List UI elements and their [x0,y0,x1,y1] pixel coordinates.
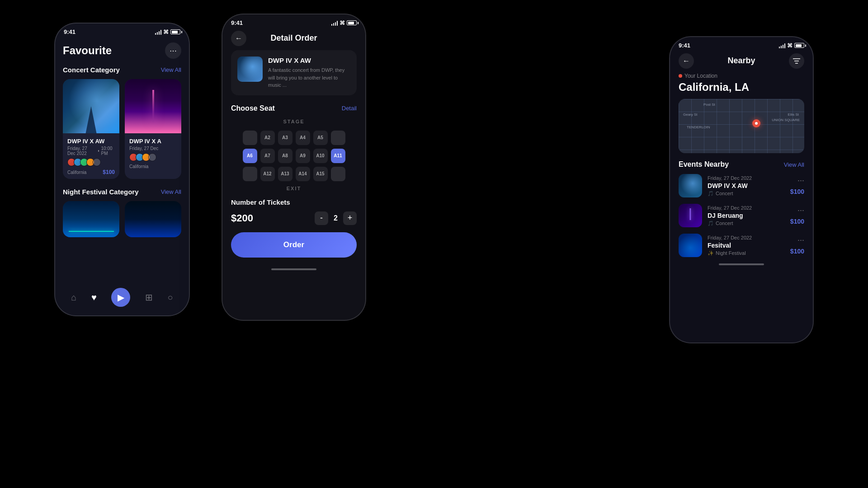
event-thumb-3 [679,234,702,257]
play-icon: ▶ [118,292,124,303]
choose-seat-section: Choose Seat Detail [222,104,366,113]
increase-button[interactable]: + [343,211,357,225]
event-more-3[interactable]: ··· [797,236,804,244]
seat-r3-1[interactable] [243,167,257,181]
status-bar-2: 9:41 ⌘ [222,14,366,28]
phone-detail-order: 9:41 ⌘ ← Detail Order DWP IV X AW A fant… [222,14,366,321]
ticket-icon: ⊞ [145,292,153,303]
location-section: Your Location California, LA [670,73,813,99]
seat-row-3: A12 A13 A14 A15 [231,167,357,181]
nav-heart[interactable]: ♥ [91,292,97,303]
seat-a5[interactable]: A5 [313,131,328,145]
night-view-all[interactable]: View All [161,188,181,195]
seat-r1-6[interactable] [331,131,345,145]
seat-a8[interactable]: A8 [278,149,292,163]
time-1: 9:41 [64,28,75,35]
night-card-1[interactable] [63,201,119,237]
concert-card-2[interactable]: DWP IV X A Friday, 27 Dec California [125,79,181,179]
nav-ticket[interactable]: ⊞ [145,292,153,303]
concert-section-header: Concert Category View All [63,66,181,74]
map-container[interactable]: Post St Geary St TENDERLOIN UNION SQUARE… [679,99,804,153]
event-thumb-2 [679,204,702,227]
status-bar-1: 9:41 ⌘ [55,23,189,37]
event-right-1: ··· $100 [790,176,804,195]
concert-card-1[interactable]: DWP IV X AW Friday, 27 Dec 2022 10:00 PM [63,79,119,179]
detail-event-info: DWP IV X AW A fantastic concert from DWP… [268,56,350,89]
order-button[interactable]: Order [231,232,357,258]
choose-seat-label: Choose Seat [231,104,275,113]
events-nearby-label: Events Nearby [679,160,729,169]
event-category-2: 🎵 Concert [708,221,785,226]
detail-header: ← Detail Order [222,28,366,50]
event-item-2[interactable]: Friday, 27 Dec 2022 DJ Beruang 🎵 Concert… [679,204,804,227]
status-icons-2: ⌘ [331,20,357,26]
nearby-header: ← Nearby [670,51,813,73]
night-card-2[interactable] [125,201,181,237]
seat-a2[interactable]: A2 [260,131,275,145]
seat-a14[interactable]: A14 [296,167,310,181]
event-name-1: DWP IV X AW [708,182,785,189]
status-bar-3: 9:41 ⌘ [670,37,813,51]
event-price-1: $100 [790,188,804,195]
nav-profile[interactable]: ○ [168,292,173,303]
event-cat-icon-3: ✨ [708,250,714,256]
tickets-title: Number of Tickets [231,198,357,206]
seat-grid: A2 A3 A4 A5 A6 A7 A8 A9 A10 A11 A12 A13 … [231,131,357,181]
more-button[interactable]: ⋯ [165,42,181,59]
seat-a12[interactable]: A12 [260,167,275,181]
seat-r3-6[interactable] [331,167,345,181]
filter-button[interactable] [789,53,804,69]
event-more-2[interactable]: ··· [797,206,804,214]
concert-view-all[interactable]: View All [161,66,181,73]
detail-link[interactable]: Detail [342,105,357,112]
concert-card-2-name: DWP IV X A [129,138,177,145]
detail-event-thumb [237,56,263,82]
night-section-header: Night Festival Category View All [63,188,181,196]
seat-a10[interactable]: A10 [313,149,328,163]
detail-event-card: DWP IV X AW A fantastic concert from DWP… [231,50,357,95]
event-date-1: Friday, 27 Dec 2022 [708,175,785,181]
seat-a13[interactable]: A13 [278,167,292,181]
concert-card-2-info: DWP IV X A Friday, 27 Dec California [125,133,181,173]
event-price-3: $100 [790,248,804,255]
seat-a7[interactable]: A7 [260,149,275,163]
night-cards [63,201,181,237]
nav-play[interactable]: ▶ [111,288,130,307]
back-button-3[interactable]: ← [679,53,694,69]
seat-row-2: A6 A7 A8 A9 A10 A11 [231,149,357,163]
concert-category-label: Concert Category [63,66,120,74]
event-item-3[interactable]: Friday, 27 Dec 2022 Fesitval ✨ Night Fes… [679,234,804,257]
map-label-geary: Geary St [683,113,698,117]
event-cat-icon-1: 🎵 [708,191,714,197]
tickets-price: $200 [231,212,253,224]
signal-icon-2 [331,20,338,26]
seat-a9[interactable]: A9 [296,149,310,163]
event-date-3: Friday, 27 Dec 2022 [708,235,785,240]
nearby-title: Nearby [727,56,755,66]
location-label: Your Location [679,73,804,79]
tickets-section: Number of Tickets $200 - 2 + [222,198,366,225]
time-3: 9:41 [679,42,690,49]
events-view-all[interactable]: View All [784,161,804,168]
night-category-label: Night Festival Category [63,188,139,196]
status-icons-3: ⌘ [779,42,805,49]
event-item-1[interactable]: Friday, 27 Dec 2022 DWP IV X AW 🎵 Concer… [679,174,804,197]
seat-a15[interactable]: A15 [313,167,328,181]
event-more-1[interactable]: ··· [797,176,804,184]
seat-a11[interactable]: A11 [331,149,345,163]
decrease-button[interactable]: - [315,211,328,225]
back-button-2[interactable]: ← [231,31,246,46]
event-name-3: Fesitval [708,242,785,249]
event-category-1: 🎵 Concert [708,191,785,197]
nav-home[interactable]: ⌂ [71,292,76,303]
seat-r1-1[interactable] [243,131,257,145]
map-label-tenderloin: TENDERLOIN [687,125,710,129]
location-city: California, LA [679,81,804,94]
detail-event-desc: A fantastic concert from DWP, they will … [268,66,350,89]
seat-a6[interactable]: A6 [243,149,257,163]
concert-card-2-date: Friday, 27 Dec [129,146,177,151]
map-label-union: UNION SQUARE [772,118,800,122]
seat-a3[interactable]: A3 [278,131,292,145]
seat-a4[interactable]: A4 [296,131,310,145]
concert-cards: DWP IV X AW Friday, 27 Dec 2022 10:00 PM [63,79,181,179]
